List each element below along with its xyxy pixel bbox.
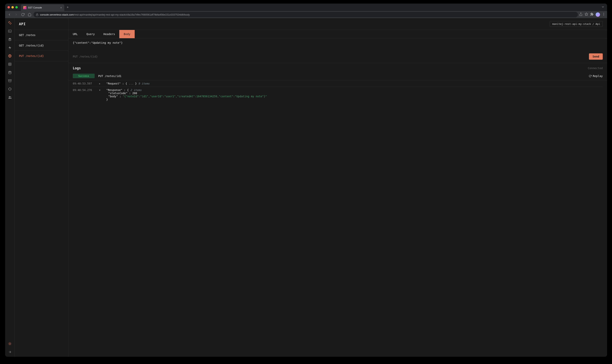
svg-rect-6	[8, 30, 11, 32]
status-badge: Success	[73, 74, 95, 78]
endpoint-sidebar: API GET /notes GET /notes/{id} PUT /note…	[14, 18, 68, 182]
log-json-expanded[interactable]: "Response" : { 2 items "statusCode" : 20…	[106, 89, 306, 101]
svg-point-20	[10, 88, 10, 88]
svg-marker-8	[8, 38, 11, 39]
window-minimize-icon[interactable]	[12, 6, 14, 9]
address-bar[interactable]: console.serverless-stack.com/rest-api/ma…	[34, 12, 306, 17]
page-title: API	[19, 22, 26, 26]
graphql-icon[interactable]	[8, 87, 12, 91]
browser-toolbar: console.serverless-stack.com/rest-api/ma…	[5, 11, 306, 18]
svg-marker-9	[9, 46, 11, 49]
layers-icon[interactable]	[8, 37, 12, 42]
lock-icon	[36, 13, 39, 16]
log-timestamp: 09:48:53.597	[73, 82, 95, 85]
tab-query[interactable]: Query	[82, 30, 99, 38]
forward-button[interactable]	[14, 12, 19, 17]
svg-point-27	[10, 96, 11, 98]
svg-rect-17	[8, 79, 11, 80]
logo-icon[interactable]	[8, 21, 12, 25]
icon-sidebar	[5, 18, 14, 182]
svg-point-21	[11, 88, 11, 89]
main-content: manitej-rest-api-my-stack / Api URL Quer…	[68, 18, 306, 182]
tab-title: SST Console	[28, 6, 42, 9]
archive-icon[interactable]	[8, 78, 12, 83]
log-route: PUT /notes/id1	[98, 75, 122, 78]
window-maximize-icon[interactable]	[15, 6, 18, 9]
logs-title: Logs	[73, 66, 306, 70]
tab-headers[interactable]: Headers	[99, 30, 119, 38]
log-entry-request: 09:48:53.597 ▶ "Request" : { ... } 9 ite…	[68, 80, 306, 87]
svg-rect-0	[36, 14, 38, 15]
reload-button[interactable]	[20, 12, 26, 17]
request-line: PUT /notes/{id}	[73, 55, 306, 58]
users-icon[interactable]	[8, 95, 12, 100]
new-tab-button[interactable]: +	[67, 5, 69, 10]
browser-titlebar: SST Console × +	[5, 3, 306, 11]
svg-marker-19	[9, 88, 11, 91]
collapse-toggle-icon[interactable]: ▼	[99, 89, 102, 91]
svg-point-26	[9, 96, 10, 97]
tab-body[interactable]: Body	[119, 30, 135, 38]
home-button[interactable]	[27, 12, 32, 17]
database-icon[interactable]	[8, 70, 12, 75]
sidebar-item-get-notes[interactable]: GET /notes	[14, 30, 68, 40]
sidebar-item-put-note-id[interactable]: PUT /notes/{id}	[14, 51, 68, 61]
back-button[interactable]	[7, 12, 12, 17]
tab-url[interactable]: URL	[68, 30, 82, 38]
request-body-editor[interactable]: {"content":"Updating my note"}	[68, 39, 306, 50]
tab-close-icon[interactable]: ×	[60, 6, 62, 9]
svg-point-25	[8, 88, 9, 89]
bolt-icon[interactable]	[8, 45, 12, 50]
window-close-icon[interactable]	[8, 6, 10, 9]
expand-toggle-icon[interactable]: ▶	[99, 82, 102, 85]
url-text: console.serverless-stack.com/rest-api/ma…	[40, 13, 190, 16]
table-icon[interactable]	[8, 62, 12, 66]
log-json-collapsed[interactable]: "Request" : { ... } 9 items	[106, 82, 306, 85]
svg-point-23	[10, 90, 10, 91]
log-timestamp: 09:48:54.276	[73, 89, 95, 91]
svg-point-16	[9, 71, 11, 72]
tab-favicon-icon	[23, 6, 27, 9]
svg-point-24	[8, 90, 9, 90]
log-entry-response: 09:48:54.276 ▼ "Response" : { 2 items "s…	[68, 87, 306, 103]
request-tabs: URL Query Headers Body	[68, 30, 306, 39]
svg-point-22	[11, 90, 11, 90]
terminal-icon[interactable]	[8, 29, 12, 34]
globe-icon[interactable]	[8, 53, 12, 58]
browser-tab[interactable]: SST Console ×	[21, 4, 64, 11]
sidebar-item-get-note-id[interactable]: GET /notes/{id}	[14, 40, 68, 51]
